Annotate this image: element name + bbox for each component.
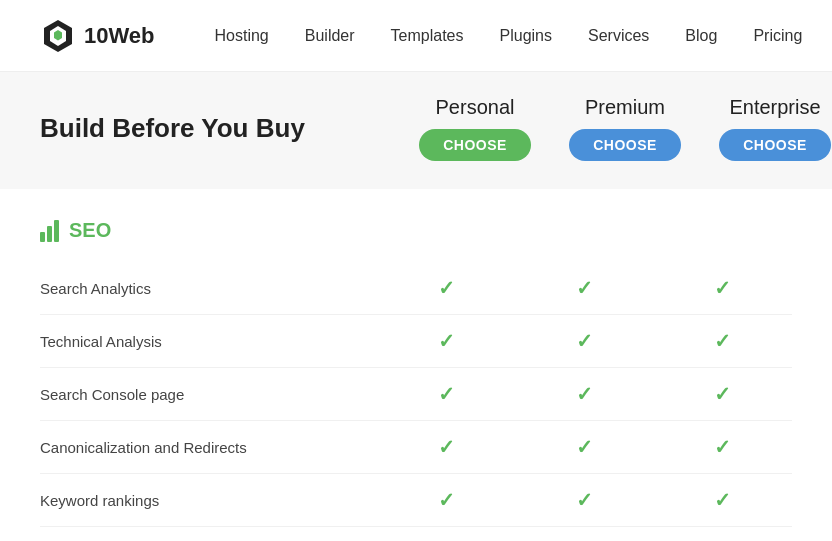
check-icon: ✓ xyxy=(714,489,731,511)
plan-col-enterprise: Enterprise CHOOSE xyxy=(700,96,832,161)
feature-name: Search Console page xyxy=(40,368,378,421)
table-row: Search Console page✓✓✓ xyxy=(40,368,792,421)
table-row: Keyword rankings✓✓✓ xyxy=(40,474,792,527)
check-enterprise: ✓ xyxy=(654,315,792,368)
check-icon: ✓ xyxy=(714,277,731,299)
check-enterprise: ✓ xyxy=(654,421,792,474)
content-area: SEO Search Analytics✓✓✓Technical Analysi… xyxy=(0,189,832,541)
plan-name-personal: Personal xyxy=(436,96,515,119)
logo-icon xyxy=(40,18,76,54)
choose-button-premium[interactable]: CHOOSE xyxy=(569,129,681,161)
check-icon: ✓ xyxy=(576,489,593,511)
check-enterprise: ✓ xyxy=(654,368,792,421)
logo-text: 10Web xyxy=(84,23,155,49)
choose-button-enterprise[interactable]: CHOOSE xyxy=(719,129,831,161)
navbar: 10Web Hosting Builder Templates Plugins … xyxy=(0,0,832,72)
plan-col-personal: Personal CHOOSE xyxy=(400,96,550,161)
check-personal: ✓ xyxy=(378,421,516,474)
check-premium: ✓ xyxy=(516,421,654,474)
nav-link-templates[interactable]: Templates xyxy=(391,27,464,45)
check-personal: ✓ xyxy=(378,262,516,315)
nav-link-builder[interactable]: Builder xyxy=(305,27,355,45)
check-personal: ✓ xyxy=(378,368,516,421)
check-enterprise: ✓ xyxy=(654,474,792,527)
check-premium: ✓ xyxy=(516,315,654,368)
check-icon: ✓ xyxy=(438,489,455,511)
nav-link-plugins[interactable]: Plugins xyxy=(500,27,552,45)
check-enterprise: ✓ xyxy=(654,262,792,315)
plan-name-premium: Premium xyxy=(585,96,665,119)
logo[interactable]: 10Web xyxy=(40,18,155,54)
check-icon: ✓ xyxy=(438,436,455,458)
check-icon: ✓ xyxy=(714,436,731,458)
hero-title: Build Before You Buy xyxy=(40,113,400,144)
check-icon: ✓ xyxy=(576,330,593,352)
check-icon: ✓ xyxy=(576,277,593,299)
section-title: SEO xyxy=(69,219,111,242)
nav-link-services[interactable]: Services xyxy=(588,27,649,45)
choose-button-personal[interactable]: CHOOSE xyxy=(419,129,531,161)
nav-link-blog[interactable]: Blog xyxy=(685,27,717,45)
check-premium: ✓ xyxy=(516,262,654,315)
feature-name: Keyword rankings xyxy=(40,474,378,527)
check-premium: ✓ xyxy=(516,474,654,527)
table-row: Search Analytics✓✓✓ xyxy=(40,262,792,315)
plan-columns: Personal CHOOSE Premium CHOOSE Enterpris… xyxy=(400,96,832,161)
check-icon: ✓ xyxy=(438,277,455,299)
plan-name-enterprise: Enterprise xyxy=(729,96,820,119)
hero-band: Build Before You Buy Personal CHOOSE Pre… xyxy=(0,72,832,189)
check-icon: ✓ xyxy=(438,330,455,352)
check-icon: ✓ xyxy=(576,383,593,405)
bar-chart-icon xyxy=(40,220,59,242)
plan-col-premium: Premium CHOOSE xyxy=(550,96,700,161)
check-premium: ✓ xyxy=(516,368,654,421)
section-header: SEO xyxy=(40,219,792,242)
check-personal: ✓ xyxy=(378,315,516,368)
table-row: Technical Analysis✓✓✓ xyxy=(40,315,792,368)
check-icon: ✓ xyxy=(576,436,593,458)
nav-links: Hosting Builder Templates Plugins Servic… xyxy=(215,27,803,45)
feature-table: Search Analytics✓✓✓Technical Analysis✓✓✓… xyxy=(40,262,792,527)
feature-name: Search Analytics xyxy=(40,262,378,315)
nav-link-hosting[interactable]: Hosting xyxy=(215,27,269,45)
check-icon: ✓ xyxy=(438,383,455,405)
feature-name: Canonicalization and Redirects xyxy=(40,421,378,474)
check-icon: ✓ xyxy=(714,330,731,352)
check-personal: ✓ xyxy=(378,474,516,527)
check-icon: ✓ xyxy=(714,383,731,405)
table-row: Canonicalization and Redirects✓✓✓ xyxy=(40,421,792,474)
nav-link-pricing[interactable]: Pricing xyxy=(753,27,802,45)
feature-name: Technical Analysis xyxy=(40,315,378,368)
